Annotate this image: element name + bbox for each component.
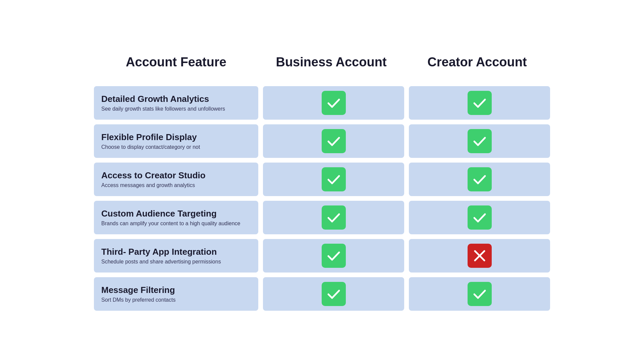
feature-subtitle-message-filtering: Sort DMs by preferred contacts <box>101 297 251 303</box>
creator-check-message-filtering <box>409 277 550 311</box>
account-feature-header: Account Feature <box>94 52 258 79</box>
table-row: Access to Creator StudioAccess messages … <box>94 163 550 196</box>
feature-title-third-party-app-integration: Third- Party App Integration <box>101 247 251 257</box>
business-account-header: Business Account <box>258 52 404 79</box>
feature-cell-custom-audience-targeting: Custom Audience TargetingBrands can ampl… <box>94 201 258 234</box>
checkmark-icon <box>322 129 346 153</box>
cross-icon <box>468 244 492 268</box>
checkmark-icon <box>322 282 346 306</box>
comparison-table: Account Feature Business Account Creator… <box>87 38 557 324</box>
checkmark-icon <box>468 91 492 115</box>
checkmark-icon <box>322 167 346 191</box>
creator-check-custom-audience-targeting <box>409 201 550 234</box>
business-check-access-creator-studio <box>263 163 404 196</box>
feature-title-flexible-profile-display: Flexible Profile Display <box>101 132 251 142</box>
table-body: Detailed Growth AnalyticsSee daily growt… <box>94 86 550 311</box>
feature-title-message-filtering: Message Filtering <box>101 285 251 295</box>
feature-subtitle-access-creator-studio: Access messages and growth analytics <box>101 182 251 188</box>
feature-subtitle-custom-audience-targeting: Brands can amplify your content to a hig… <box>101 221 251 227</box>
feature-title-detailed-growth-analytics: Detailed Growth Analytics <box>101 94 251 104</box>
feature-cell-flexible-profile-display: Flexible Profile DisplayChoose to displa… <box>94 124 258 158</box>
feature-title-custom-audience-targeting: Custom Audience Targeting <box>101 208 251 219</box>
checkmark-icon <box>322 244 346 268</box>
business-check-custom-audience-targeting <box>263 201 404 234</box>
business-check-message-filtering <box>263 277 404 311</box>
creator-check-access-creator-studio <box>409 163 550 196</box>
business-check-third-party-app-integration <box>263 239 404 273</box>
checkmark-icon <box>322 91 346 115</box>
checkmark-icon <box>468 205 492 230</box>
feature-title-access-creator-studio: Access to Creator Studio <box>101 170 251 181</box>
creator-account-header: Creator Account <box>404 52 550 79</box>
table-row: Custom Audience TargetingBrands can ampl… <box>94 201 550 234</box>
checkmark-icon <box>468 167 492 191</box>
table-row: Detailed Growth AnalyticsSee daily growt… <box>94 86 550 120</box>
feature-subtitle-detailed-growth-analytics: See daily growth stats like followers an… <box>101 106 251 112</box>
feature-cell-message-filtering: Message FilteringSort DMs by preferred c… <box>94 277 258 311</box>
table-row: Flexible Profile DisplayChoose to displa… <box>94 124 550 158</box>
table-row: Third- Party App IntegrationSchedule pos… <box>94 239 550 273</box>
table-row: Message FilteringSort DMs by preferred c… <box>94 277 550 311</box>
creator-check-third-party-app-integration <box>409 239 550 273</box>
feature-subtitle-flexible-profile-display: Choose to display contact/category or no… <box>101 144 251 150</box>
checkmark-icon <box>468 282 492 306</box>
feature-subtitle-third-party-app-integration: Schedule posts and share advertising per… <box>101 259 251 265</box>
feature-cell-third-party-app-integration: Third- Party App IntegrationSchedule pos… <box>94 239 258 273</box>
creator-check-detailed-growth-analytics <box>409 86 550 120</box>
business-check-flexible-profile-display <box>263 124 404 158</box>
checkmark-icon <box>468 129 492 153</box>
table-header: Account Feature Business Account Creator… <box>94 52 550 79</box>
business-check-detailed-growth-analytics <box>263 86 404 120</box>
feature-cell-access-creator-studio: Access to Creator StudioAccess messages … <box>94 163 258 196</box>
feature-cell-detailed-growth-analytics: Detailed Growth AnalyticsSee daily growt… <box>94 86 258 120</box>
checkmark-icon <box>322 205 346 230</box>
creator-check-flexible-profile-display <box>409 124 550 158</box>
